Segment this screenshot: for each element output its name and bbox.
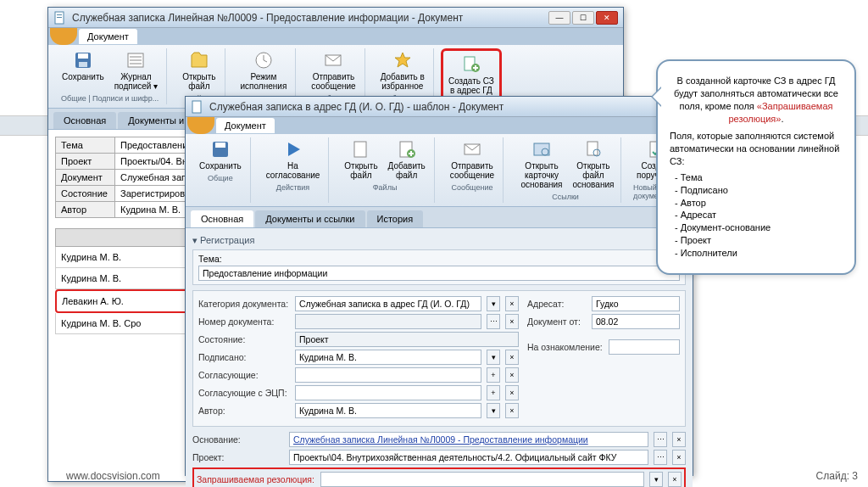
minimize-button[interactable]: — xyxy=(548,11,570,25)
dropdown-icon[interactable]: ▾ xyxy=(487,296,500,311)
save-button[interactable]: Сохранить xyxy=(196,137,245,172)
titlebar[interactable]: Служебная записка Линейная №Л0009 - Пред… xyxy=(48,8,623,28)
clear-icon[interactable]: × xyxy=(505,403,519,418)
ribbon-tab-document[interactable]: Документ xyxy=(216,118,275,133)
doc-number-input[interactable] xyxy=(295,314,481,329)
clear-icon[interactable]: × xyxy=(505,296,519,311)
lookup-icon[interactable]: ⋯ xyxy=(487,314,500,329)
section-registration[interactable]: ▾ Регистрация xyxy=(192,235,686,246)
clear-icon[interactable]: × xyxy=(672,432,686,447)
resolution-input[interactable] xyxy=(320,472,644,487)
state-input xyxy=(295,332,519,347)
theme-label: Тема: xyxy=(198,254,680,264)
addressee-input[interactable] xyxy=(592,296,680,311)
open-file-button[interactable]: Открыть файл xyxy=(341,137,381,182)
open-file-button[interactable]: Открыть файл xyxy=(179,48,219,92)
ribbon: СохранитьОбщие На согласованиеДействия О… xyxy=(186,134,693,207)
save-button[interactable]: Сохранить xyxy=(58,48,108,92)
info-callout: В созданной карточке СЗ в адрес ГД будут… xyxy=(656,59,856,275)
clear-icon[interactable]: × xyxy=(505,350,519,365)
svg-rect-13 xyxy=(215,143,225,148)
clear-icon[interactable]: × xyxy=(505,367,519,383)
close-button[interactable]: ✕ xyxy=(596,11,618,25)
signatures-journal-button[interactable]: Журнал подписей ▾ xyxy=(111,48,162,92)
approvers-input[interactable] xyxy=(295,367,481,383)
lookup-icon[interactable]: ⋯ xyxy=(654,432,667,447)
info-input[interactable] xyxy=(609,339,680,355)
add-file-button[interactable]: Добавить файл xyxy=(385,137,429,182)
titlebar[interactable]: Служебная записка в адрес ГД (И. О. ГД) … xyxy=(186,97,693,117)
open-basis-card-button[interactable]: Открыть карточку основания xyxy=(515,137,568,191)
clear-icon[interactable]: × xyxy=(505,385,519,400)
add-icon[interactable]: + xyxy=(487,385,500,400)
window-title: Служебная записка в адрес ГД (И. О. ГД) … xyxy=(209,101,687,113)
tab-history[interactable]: История xyxy=(367,210,424,227)
ribbon-header: Документ xyxy=(48,28,623,45)
svg-rect-11 xyxy=(192,101,201,113)
ribbon-tab-document[interactable]: Документ xyxy=(79,29,137,44)
svg-rect-5 xyxy=(79,62,87,67)
execution-mode-button[interactable]: Режим исполнения xyxy=(237,48,291,92)
clear-icon[interactable]: × xyxy=(672,450,686,465)
tab-main[interactable]: Основная xyxy=(191,210,253,227)
form-area: ▾ Регистрация Тема: Категория документа:… xyxy=(186,228,693,487)
doc-icon xyxy=(53,11,67,25)
app-orb[interactable] xyxy=(50,28,77,45)
svg-rect-4 xyxy=(78,53,88,59)
send-message-button[interactable]: Отправить сообщение xyxy=(447,137,498,182)
signed-input[interactable] xyxy=(295,350,481,365)
maximize-button[interactable]: ☐ xyxy=(572,11,594,25)
dropdown-icon[interactable]: ▾ xyxy=(649,472,663,487)
clear-icon[interactable]: × xyxy=(505,314,519,329)
to-approval-button[interactable]: На согласование xyxy=(263,137,324,182)
app-orb[interactable] xyxy=(187,117,214,134)
auto-fields-list: Тема Подписано Автор Адресат Документ-ос… xyxy=(675,171,843,260)
svg-rect-1 xyxy=(57,14,62,15)
lookup-icon[interactable]: ⋯ xyxy=(654,450,667,465)
tab-main[interactable]: Основная xyxy=(53,112,116,129)
footer-slide: Слайд: 3 xyxy=(816,470,858,482)
send-message-button[interactable]: Отправить сообщение xyxy=(308,48,359,92)
basis-input[interactable] xyxy=(289,432,648,447)
dropdown-icon[interactable]: ▾ xyxy=(487,403,500,418)
project-input[interactable] xyxy=(289,450,648,465)
author-input[interactable] xyxy=(295,403,481,418)
dropdown-icon[interactable]: ▾ xyxy=(487,350,500,365)
open-basis-file-button[interactable]: Открыть файл основания xyxy=(571,137,615,191)
child-window: Служебная записка в адрес ГД (И. О. ГД) … xyxy=(185,96,693,476)
svg-rect-14 xyxy=(354,142,366,157)
svg-rect-20 xyxy=(587,142,598,155)
create-sz-gd-button[interactable]: Создать СЗ в адрес ГД xyxy=(445,53,498,97)
tab-docs-links[interactable]: Документы и ссылки xyxy=(255,210,364,227)
clear-icon[interactable]: × xyxy=(668,472,682,487)
resolution-row-highlighted: Запрашиваемая резолюция:▾× xyxy=(192,467,686,487)
theme-input[interactable] xyxy=(198,266,680,281)
doc-icon xyxy=(191,100,204,114)
window-title: Служебная записка Линейная №Л0009 - Пред… xyxy=(72,12,548,24)
add-icon[interactable]: + xyxy=(487,367,500,383)
add-favorite-button[interactable]: Добавить в избранное xyxy=(377,48,428,92)
svg-rect-2 xyxy=(57,17,62,18)
category-input[interactable] xyxy=(295,296,481,311)
eds-approvers-input[interactable] xyxy=(295,385,481,400)
footer-url: www.docsvision.com xyxy=(66,470,160,482)
doc-date-input[interactable] xyxy=(592,314,680,329)
